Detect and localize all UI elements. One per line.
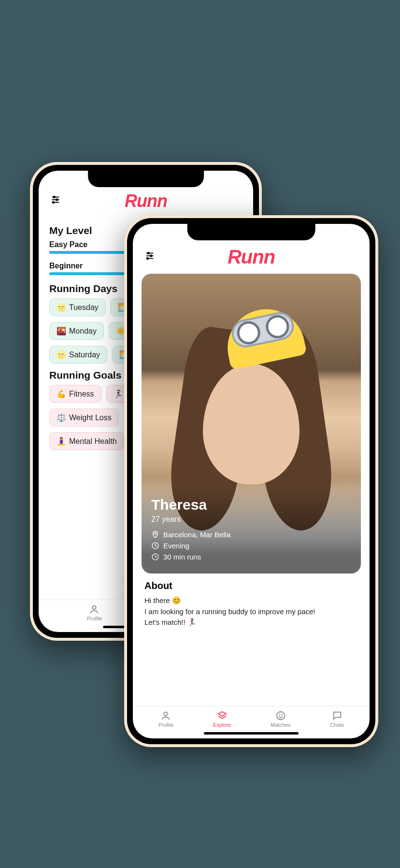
profile-card[interactable]: Theresa 27 years Barcelona, Mar Bella Ev… — [142, 274, 361, 574]
profile-time-row: Evening — [151, 542, 351, 550]
svg-point-22 — [279, 715, 280, 715]
about-line: Hi there 😊 — [144, 595, 358, 606]
svg-point-1 — [53, 196, 55, 198]
person-icon — [89, 604, 100, 615]
day-emoji: 🌇 — [57, 326, 66, 336]
svg-point-13 — [150, 255, 152, 257]
tab-profile[interactable]: Profile — [158, 710, 173, 728]
goal-chip[interactable]: 🧘‍♀️ Mental Health — [49, 432, 124, 450]
day-chip[interactable]: 🌝 Saturday — [49, 346, 107, 364]
day-label: Monday — [69, 327, 97, 336]
about-text: Hi there 😊 I am looking for a running bu… — [144, 595, 358, 628]
profile-overlay: Theresa 27 years Barcelona, Mar Bella Ev… — [142, 488, 361, 574]
pin-icon — [151, 530, 159, 539]
app-logo: Runn — [125, 191, 167, 211]
clock-icon — [151, 542, 159, 550]
goal-chip[interactable]: ⚖️ Weight Loss — [49, 409, 119, 427]
goal-emoji: ⚖️ — [57, 413, 66, 422]
layers-icon — [217, 710, 228, 721]
tab-label: Explore — [213, 722, 231, 728]
day-chip[interactable]: 🌇 Monday — [49, 322, 104, 340]
day-label: Tuesday — [69, 303, 99, 312]
profile-age: 27 years — [151, 515, 351, 524]
goal-label: Fitness — [69, 390, 94, 398]
phone-bezel: Runn Theresa 27 years Barcelona, Mar Bel… — [127, 218, 375, 744]
chat-icon — [332, 710, 343, 721]
goal-emoji: 💪 — [57, 389, 66, 398]
day-emoji: 🌝 — [57, 350, 66, 359]
svg-point-15 — [147, 257, 149, 259]
svg-point-21 — [277, 712, 285, 720]
about-title: About — [144, 580, 358, 591]
svg-point-16 — [155, 533, 157, 535]
app-logo: Runn — [228, 246, 275, 268]
svg-point-8 — [93, 606, 96, 609]
tab-chats[interactable]: Chats — [330, 710, 344, 728]
tab-explore[interactable]: Explore — [213, 710, 231, 728]
profile-location: Barcelona, Mar Bella — [163, 530, 230, 539]
person-icon — [160, 710, 171, 721]
tab-label: Chats — [330, 722, 344, 728]
phone-explore: Runn Theresa 27 years Barcelona, Mar Bel… — [124, 215, 378, 747]
sliders-icon — [50, 194, 61, 205]
tab-label: Profile — [158, 722, 173, 728]
goal-label: Mental Health — [69, 437, 117, 446]
svg-point-19 — [164, 712, 168, 716]
filter-button[interactable] — [144, 250, 155, 264]
goal-chip[interactable]: 💪 Fitness — [49, 385, 101, 403]
tab-matches[interactable]: Matches — [271, 710, 291, 728]
profile-duration-row: 30 min runs — [151, 553, 351, 561]
smile-icon — [275, 710, 286, 721]
svg-point-5 — [53, 202, 55, 204]
profile-location-row: Barcelona, Mar Bella — [151, 530, 351, 539]
profile-name: Theresa — [151, 497, 351, 513]
tab-label: Matches — [271, 722, 291, 728]
sliders-icon — [144, 250, 155, 261]
profile-duration: 30 min runs — [163, 553, 201, 561]
filter-button[interactable] — [50, 194, 61, 208]
goal-emoji: 🏃‍♀️ — [114, 389, 123, 398]
goal-label: Weight Loss — [69, 413, 112, 422]
tab-label: Profile — [87, 616, 102, 621]
about-line: Let's match!! 🏃‍♀️ — [144, 617, 358, 628]
about-section: About Hi there 😊 I am looking for a runn… — [133, 574, 370, 628]
notch — [187, 224, 315, 240]
profile-time: Evening — [163, 542, 189, 550]
clock-icon — [151, 553, 159, 561]
about-line: I am looking for a running buddy to impr… — [144, 606, 358, 618]
home-indicator — [204, 732, 299, 735]
svg-marker-20 — [218, 712, 226, 716]
tab-profile[interactable]: Profile — [87, 604, 102, 621]
spacer — [133, 628, 370, 706]
goal-emoji: 🧘‍♀️ — [57, 437, 66, 446]
exp-slider-fill — [49, 272, 127, 275]
svg-point-3 — [56, 199, 58, 201]
screen-explore: Runn Theresa 27 years Barcelona, Mar Bel… — [133, 224, 370, 738]
notch — [88, 171, 204, 187]
svg-point-11 — [147, 252, 149, 254]
day-chip[interactable]: 🌝 Tuesday — [49, 298, 106, 316]
day-emoji: 🌝 — [57, 303, 66, 312]
svg-point-23 — [282, 715, 282, 715]
day-label: Saturday — [69, 351, 100, 359]
